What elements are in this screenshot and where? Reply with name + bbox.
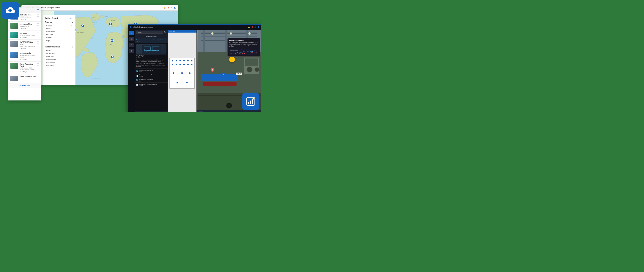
- reset-link[interactable]: Reset: [69, 17, 74, 19]
- site-checkbox[interactable]: [37, 14, 39, 16]
- site-thumbnail: [10, 52, 18, 58]
- svg-text:South Atlantic Ocean: South Atlantic Ocean: [92, 78, 101, 79]
- list-item[interactable]: McARTHUR River mine McARTHUR RIVER mine …: [8, 40, 41, 51]
- svg-rect-51: [170, 79, 194, 88]
- svg-point-68: [186, 82, 188, 83]
- doc-tabs: Manuals and SOP: [135, 35, 168, 38]
- notification-icon[interactable]: 🔔: [164, 7, 166, 8]
- filter-option-mongolia[interactable]: Mongolia: [45, 33, 74, 36]
- settings-doc-icon[interactable]: ⚙: [139, 41, 140, 42]
- list-item[interactable]: Imouraren Mine Imouraren mine 2 Surveys: [8, 21, 41, 31]
- list-item[interactable]: Melox Recycling Plant Tax Tourettes, 051…: [8, 62, 41, 74]
- filter-option-kazakhstan[interactable]: Kazakhstan: [45, 30, 74, 33]
- create-site-button[interactable]: + Create Site: [8, 83, 41, 88]
- svg-text:North America: North America: [77, 32, 84, 33]
- doc-search-input[interactable]: [136, 31, 163, 34]
- upload-icon-box[interactable]: [2, 2, 19, 19]
- info-pin[interactable]: i: [222, 73, 226, 76]
- nav-back-arrow[interactable]: ‹: [226, 103, 232, 109]
- file-item[interactable]: 🖼 Screenshot 2022.JPG 1M ↓: [135, 78, 168, 83]
- site-checkbox[interactable]: [37, 23, 39, 26]
- download-icon[interactable]: ↓: [166, 75, 167, 76]
- filter-option-project[interactable]: Project: [45, 49, 74, 52]
- settings-icon[interactable]: ⚙: [254, 26, 256, 28]
- svg-point-66: [189, 72, 190, 74]
- filter-option-mining-sites[interactable]: Mining Sites: [45, 52, 74, 55]
- svg-point-91: [254, 67, 259, 72]
- svg-point-64: [173, 72, 174, 74]
- warning-badge[interactable]: !: [229, 57, 235, 62]
- file-size: (3.5MB): [136, 57, 166, 58]
- filter-option-recycling[interactable]: Recycling: [45, 55, 74, 58]
- download-icon[interactable]: ↓: [166, 70, 167, 72]
- analytics-icon-box[interactable]: [242, 93, 259, 110]
- svg-rect-83: [203, 82, 236, 86]
- svg-point-52: [172, 60, 173, 61]
- sidebar-btn-camera[interactable]: 📷: [129, 37, 134, 41]
- sidebar-btn-home[interactable]: ⌂: [129, 31, 134, 35]
- site-list-panel: Pending ▼ Cluff lake mine CLUFF LAKE min…: [8, 7, 41, 101]
- country-chevron-icon[interactable]: ▲: [72, 21, 74, 23]
- svg-point-26: [112, 40, 112, 41]
- filter-option-remediation[interactable]: Remediation: [45, 58, 74, 61]
- list-item[interactable]: South Tenthrule Site: [8, 74, 41, 83]
- svg-text:South America: South America: [86, 63, 94, 65]
- svg-point-53: [176, 60, 177, 61]
- measurement-label: 4.11 m: [236, 73, 242, 75]
- site-address: CLUFF LAKE mine: [20, 16, 36, 18]
- help-icon[interactable]: ❓: [251, 26, 254, 28]
- site-thumbnail: [10, 76, 18, 81]
- filter-option-niger[interactable]: Niger: [45, 39, 74, 42]
- pdf-icon: 📄: [136, 75, 138, 77]
- sidebar-btn-tag[interactable]: 🏷: [129, 43, 134, 47]
- sensor-chart-svg: Temperature Sensor: [229, 49, 258, 55]
- list-item[interactable]: La Hague 10482 La Hague, France 15 Surve…: [8, 31, 41, 40]
- filter-option-france[interactable]: France: [45, 27, 74, 30]
- sidebar-btn-layers[interactable]: ⊞: [129, 49, 134, 53]
- notification-icon[interactable]: 🔔: [248, 26, 250, 28]
- site-address: McARTHUR RIVER mine: [20, 45, 36, 47]
- svg-point-60: [180, 64, 181, 65]
- svg-text:Greenland: Greenland: [91, 17, 95, 18]
- site-checkbox[interactable]: [37, 41, 39, 44]
- file-item[interactable]: 📝 Dashboard Description.docx 2.5MB ↓: [135, 83, 168, 87]
- svg-rect-1: [248, 102, 249, 104]
- site-name: Melox Recycling Plant: [20, 63, 36, 67]
- panel-left-sidebar: ⌂ 📷 🏷 ⊞: [128, 30, 135, 112]
- floorplan-image: [168, 32, 196, 112]
- user-icon[interactable]: 👤: [258, 26, 260, 28]
- error-pin[interactable]: i: [211, 68, 214, 72]
- filter-option-canada[interactable]: Canada 2: [45, 24, 74, 27]
- download-icon[interactable]: ↓: [166, 79, 167, 81]
- floorplan-header: Floor Plan: [168, 30, 196, 32]
- nuclear-chevron-icon[interactable]: ▲: [72, 46, 74, 48]
- tab-manuals-sop[interactable]: Manuals and SOP: [135, 35, 168, 38]
- svg-rect-73: [201, 36, 257, 37]
- edit-icon[interactable]: ✎: [137, 41, 138, 42]
- svg-text:Gulf of: Gulf of: [91, 37, 94, 38]
- help-icon[interactable]: ❓: [167, 7, 169, 8]
- site-checkbox[interactable]: [37, 53, 39, 55]
- doc-bottom-bar: ⇧ ⚠ ● A long title of a tag or file to x…: [135, 111, 168, 112]
- panel-icons: 🔔 ❓ ⚙ 👤: [248, 26, 260, 28]
- settings-icon[interactable]: ⚙: [171, 7, 172, 8]
- panel-title: Global View (Site Manager): [133, 26, 154, 28]
- svg-point-90: [247, 67, 252, 72]
- file-item[interactable]: 📄 Product manual.pdf 3.8MB ↓: [135, 73, 168, 78]
- filter-option-exploration[interactable]: Exploration: [45, 61, 74, 64]
- svg-point-79: [230, 32, 232, 35]
- svg-rect-46: [170, 58, 182, 69]
- svg-rect-47: [182, 58, 194, 69]
- filter-icon[interactable]: ▼: [37, 8, 39, 11]
- download-icon[interactable]: ↓: [166, 84, 167, 86]
- site-thumbnail: [10, 32, 18, 38]
- filter-option-evaluation[interactable]: Evaluation: [45, 64, 74, 67]
- svg-point-24: [82, 25, 83, 26]
- user-icon[interactable]: 👤: [174, 7, 176, 8]
- list-item[interactable]: McCLEAN Site Saskatchewan S0J 3G5, Canad…: [8, 51, 41, 62]
- file-item[interactable]: 🖼 Screenshot 2022.JPG 194K ↓: [135, 69, 168, 73]
- filter-option-namibia[interactable]: Namibia: [45, 36, 74, 39]
- svg-text:Labrador Sea: Labrador Sea: [92, 22, 97, 23]
- site-checkbox[interactable]: [37, 63, 39, 66]
- site-checkbox[interactable]: [37, 32, 39, 35]
